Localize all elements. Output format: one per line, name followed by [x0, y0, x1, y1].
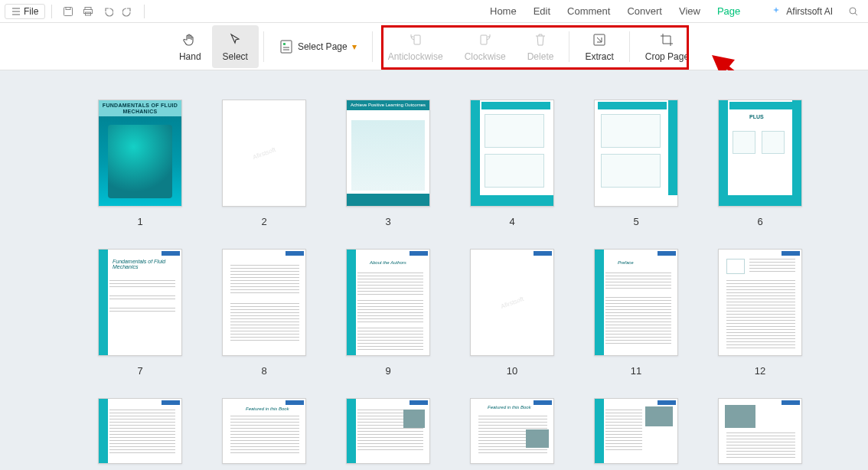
tool-select[interactable]: Select: [212, 25, 259, 68]
search-icon[interactable]: [844, 2, 863, 21]
page-number: 8: [261, 365, 266, 377]
redo-icon[interactable]: [118, 2, 138, 21]
svg-rect-7: [283, 43, 286, 45]
page-thumb[interactable]: About the Authors 9: [346, 249, 430, 377]
page-thumb[interactable]: FUNDAMENTALS OF FLUID MECHANICS 1: [98, 100, 182, 227]
page-thumb[interactable]: [594, 398, 678, 464]
separator: [569, 31, 569, 62]
svg-rect-9: [481, 35, 487, 44]
file-menu-button[interactable]: File: [5, 4, 45, 19]
tool-extract[interactable]: Extract: [574, 25, 624, 68]
brand-label: PLUS: [749, 114, 764, 119]
page-thumb[interactable]: Preface 11: [594, 249, 678, 377]
sparkle-icon: [771, 6, 782, 17]
page-number: 2: [261, 216, 266, 227]
ai-button[interactable]: Afirstsoft AI: [771, 6, 833, 17]
page-thumb[interactable]: [346, 398, 430, 464]
trash-icon: [534, 31, 547, 48]
tool-anticlockwise-label: Anticlockwise: [388, 51, 443, 62]
promo-header: Achieve Positive Learning Outcomes: [347, 100, 429, 110]
page-thumb[interactable]: 8: [222, 249, 306, 377]
title-text: Fundamentals of Fluid Mechanics: [113, 259, 181, 269]
separator: [629, 31, 630, 62]
page-thumb[interactable]: Afirstsoft 2: [222, 100, 306, 227]
hand-icon: [182, 31, 197, 48]
thumbnail-grid: FUNDAMENTALS OF FLUID MECHANICS 1 Afirst…: [98, 100, 770, 464]
page-preview: [346, 398, 430, 464]
page-thumb[interactable]: 5: [594, 100, 678, 227]
section-title: Preface: [618, 260, 634, 265]
rotate-ccw-icon: [408, 31, 423, 48]
file-label: File: [24, 6, 38, 17]
page-checklist-icon: [279, 38, 293, 55]
tool-delete-label: Delete: [527, 51, 554, 62]
page-preview: Afirstsoft: [470, 249, 554, 356]
menu-comment[interactable]: Comment: [567, 5, 610, 17]
main-menu: Home Edit Comment Convert View Page: [490, 5, 740, 17]
page-preview: FUNDAMENTALS OF FLUID MECHANICS: [98, 100, 182, 207]
tool-select-page[interactable]: Select Page ▾: [269, 25, 367, 68]
separator: [372, 31, 373, 62]
rotate-cw-icon: [478, 31, 493, 48]
menu-home[interactable]: Home: [490, 5, 517, 17]
menu-page[interactable]: Page: [717, 5, 740, 17]
svg-rect-6: [281, 41, 292, 53]
print-icon[interactable]: [78, 2, 98, 21]
page-thumb[interactable]: Fundamentals of Fluid Mechanics 7: [98, 249, 182, 377]
topbar: File Home Edit Comment Convert View Page…: [0, 0, 868, 23]
svg-point-5: [850, 8, 856, 14]
page-thumb[interactable]: Featured in this Book: [222, 398, 306, 464]
chevron-down-icon: ▾: [352, 41, 357, 52]
page-preview: [718, 398, 802, 464]
page-number: 9: [385, 365, 390, 377]
tool-hand[interactable]: Hand: [168, 25, 212, 68]
tool-clockwise-label: Clockwise: [465, 51, 506, 62]
page-number: 12: [755, 365, 765, 377]
page-thumb[interactable]: 12: [718, 249, 802, 377]
page-number: 3: [385, 216, 390, 227]
page-thumb[interactable]: 4: [470, 100, 554, 227]
tool-anticlockwise[interactable]: Anticlockwise: [377, 25, 454, 68]
page-number: 7: [137, 365, 142, 377]
page-thumb[interactable]: Afirstsoft 10: [470, 249, 554, 377]
page-thumb[interactable]: Featured in this Book: [470, 398, 554, 464]
tool-crop-page[interactable]: Crop Page: [635, 25, 700, 68]
page-preview: [594, 100, 678, 207]
page-preview: [222, 249, 306, 356]
page-preview: Featured in this Book: [470, 398, 554, 464]
tool-delete[interactable]: Delete: [517, 25, 565, 68]
hamburger-icon: [11, 7, 21, 16]
page-preview: Preface: [594, 249, 678, 356]
page-preview: Featured in this Book: [222, 398, 306, 464]
section-title: About the Authors: [370, 260, 406, 265]
page-preview: [718, 249, 802, 356]
page-preview: [470, 100, 554, 207]
save-icon[interactable]: [58, 2, 78, 21]
page-thumb[interactable]: PLUS 6: [718, 100, 802, 227]
page-preview: PLUS: [718, 100, 802, 207]
page-thumb[interactable]: Achieve Positive Learning Outcomes 3: [346, 100, 430, 227]
tool-hand-label: Hand: [179, 51, 201, 62]
divider: [51, 5, 52, 18]
page-number: 4: [509, 216, 514, 227]
page-preview: Afirstsoft: [222, 100, 306, 207]
page-thumb[interactable]: [718, 398, 802, 464]
undo-icon[interactable]: [98, 2, 118, 21]
svg-rect-0: [64, 7, 73, 15]
page-number: 10: [507, 365, 517, 377]
page-thumbnail-gallery: FUNDAMENTALS OF FLUID MECHANICS 1 Afirst…: [0, 70, 868, 470]
cover-title: FUNDAMENTALS OF FLUID MECHANICS: [99, 100, 181, 116]
ai-label: Afirstsoft AI: [786, 6, 833, 17]
tool-crop-page-label: Crop Page: [645, 51, 689, 62]
page-thumb[interactable]: [98, 398, 182, 464]
cursor-icon: [227, 31, 243, 48]
tool-clockwise[interactable]: Clockwise: [454, 25, 517, 68]
menu-view[interactable]: View: [679, 5, 700, 17]
extract-icon: [592, 31, 607, 48]
page-preview: Achieve Positive Learning Outcomes: [346, 100, 430, 207]
menu-edit[interactable]: Edit: [534, 5, 550, 17]
tool-select-label: Select: [223, 51, 248, 62]
menu-convert[interactable]: Convert: [627, 5, 662, 17]
svg-rect-8: [414, 35, 420, 44]
separator: [263, 31, 264, 62]
